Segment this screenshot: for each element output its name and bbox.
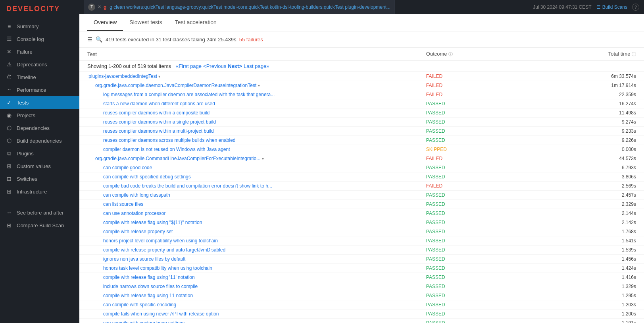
- sidebar-item-projects[interactable]: ◉Projects: [0, 109, 79, 122]
- test-name[interactable]: can compile with custom heap settings: [103, 320, 185, 323]
- test-name[interactable]: org.gradle.java.compile.daemon.JavaCompi…: [95, 83, 260, 88]
- total-time: 2.142s: [531, 218, 644, 227]
- sidebar-item-compare-build-scan[interactable]: ⊞Compare Build Scan: [0, 219, 79, 232]
- table-row: compile with release flag using "${11}" …: [79, 218, 644, 227]
- performance-icon: ~: [6, 86, 13, 93]
- outcome-badge: PASSED: [426, 275, 445, 280]
- test-name[interactable]: compile fails when using newer API with …: [103, 311, 219, 317]
- outcome-badge: PASSED: [426, 311, 445, 317]
- chevron-down-icon: ▾: [262, 157, 264, 161]
- failures-link[interactable]: 55 failures: [239, 37, 263, 43]
- last-page-link[interactable]: Last page»: [244, 63, 269, 69]
- first-page-link[interactable]: «First page: [176, 63, 202, 69]
- test-name[interactable]: reuses compiler daemons within a multi-p…: [103, 128, 214, 134]
- next-page-link[interactable]: Next>: [228, 63, 242, 69]
- test-name[interactable]: honors project level compatibility when …: [103, 238, 218, 244]
- logo-text: DEVELOCITY: [6, 5, 60, 13]
- help-icon[interactable]: ?: [632, 4, 639, 11]
- sidebar-item-custom-values[interactable]: ⊞Custom values: [0, 160, 79, 172]
- sidebar-item-timeline[interactable]: ⏱Timeline: [0, 71, 79, 83]
- test-name[interactable]: compile with release flag using '11' not…: [103, 275, 195, 280]
- test-name[interactable]: compile bad code breaks the build and co…: [103, 183, 272, 189]
- table-row: log messages from a compiler daemon are …: [79, 90, 644, 99]
- sidebar-item-summary[interactable]: ≡Summary: [0, 20, 79, 33]
- sidebar-item-build-dependencies[interactable]: ⬡Build dependencies: [0, 134, 79, 147]
- table-row: ignores non java source files by default…: [79, 255, 644, 264]
- test-name[interactable]: can compile with specific encoding: [103, 302, 176, 308]
- total-time: 1.416s: [531, 273, 644, 282]
- outcome-badge: PASSED: [426, 320, 445, 323]
- test-name[interactable]: reuses compiler daemons within a composi…: [103, 110, 210, 116]
- sidebar-item-console-log[interactable]: ☰Console log: [0, 33, 79, 45]
- build-tab[interactable]: T ✕ g g clean workers:quickTest language…: [84, 0, 395, 14]
- previous-page-link[interactable]: <Previous: [203, 63, 226, 69]
- test-name[interactable]: can compile with long classpath: [103, 192, 170, 198]
- sidebar-item-deprecations[interactable]: ⚠Deprecations: [0, 58, 79, 71]
- timeline-icon: ⏱: [6, 73, 13, 81]
- close-icon[interactable]: ✕: [98, 4, 101, 10]
- search-icon[interactable]: 🔍: [96, 36, 102, 43]
- test-name[interactable]: can compile good code: [103, 165, 152, 170]
- total-time: 9.274s: [531, 118, 644, 127]
- total-time: 6m 33.574s: [531, 72, 644, 81]
- table-row: honors task level compatibility when usi…: [79, 264, 644, 273]
- outcome-badge: PASSED: [426, 101, 445, 106]
- test-name[interactable]: can use annotation processor: [103, 211, 165, 216]
- outcome-badge: PASSED: [426, 211, 445, 216]
- total-time: 1.539s: [531, 246, 644, 255]
- test-name[interactable]: can list source files: [103, 201, 143, 207]
- table-row: reuses compiler daemons within a multi-p…: [79, 127, 644, 136]
- test-name[interactable]: compile with release property and autoTa…: [103, 247, 225, 253]
- branch-icon: g: [104, 4, 106, 10]
- sidebar: DEVELOCITY ≡Summary☰Console log✕Failure⚠…: [0, 0, 79, 323]
- tab-test-acceleration[interactable]: Test acceleration: [169, 14, 223, 31]
- table-row: can compile good codePASSED6.793s: [79, 163, 644, 172]
- table-row: compile bad code breaks the build and co…: [79, 182, 644, 191]
- table-row: :plugins-java:embeddedIntegTest ▾FAILED6…: [79, 72, 644, 81]
- list-icon[interactable]: ☰: [87, 36, 92, 43]
- sidebar-item-performance[interactable]: ~Performance: [0, 83, 79, 96]
- test-name[interactable]: compile with release property set: [103, 229, 173, 234]
- outcome-badge: FAILED: [426, 183, 442, 189]
- sidebar-item-switches[interactable]: ⊟Switches: [0, 172, 79, 185]
- test-name[interactable]: ignores non java source files by default: [103, 256, 185, 262]
- sidebar-item-infrastructure[interactable]: ⊞Infrastructure: [0, 185, 79, 198]
- test-name[interactable]: can compile with specified debug setting…: [103, 174, 191, 180]
- total-time: 2.144s: [531, 209, 644, 218]
- sidebar-item-see-before-after[interactable]: ↔See before and after: [0, 206, 79, 219]
- table-row: org.gradle.java.compile.daemon.JavaCompi…: [79, 81, 644, 90]
- tests-icon: ✓: [6, 99, 13, 106]
- test-name[interactable]: compiler daemon is not reused on Windows…: [103, 147, 230, 152]
- sidebar-item-plugins[interactable]: ⧉Plugins: [0, 147, 79, 160]
- outcome-info-icon[interactable]: ⓘ: [448, 52, 453, 56]
- test-name[interactable]: :plugins-java:embeddedIntegTest ▾: [87, 73, 160, 79]
- total-time: 1.424s: [531, 264, 644, 273]
- total-time: 16.274s: [531, 99, 644, 108]
- avatar: T: [88, 4, 95, 11]
- tab-slowest-tests[interactable]: Slowest tests: [123, 14, 168, 31]
- test-name[interactable]: org.gradle.java.compile.CommandLineJavaC…: [95, 156, 264, 161]
- outcome-badge: FAILED: [426, 83, 442, 88]
- test-name[interactable]: log messages from a compiler daemon are …: [103, 92, 275, 97]
- test-name[interactable]: include narrows down source files to com…: [103, 284, 198, 289]
- console-log-icon: ☰: [6, 35, 13, 43]
- infrastructure-icon: ⊞: [6, 188, 13, 195]
- test-name[interactable]: honors task level compatibility when usi…: [103, 265, 212, 271]
- test-name[interactable]: compile with release flag using 11 notat…: [103, 293, 193, 298]
- sidebar-item-tests[interactable]: ✓Tests: [0, 96, 79, 109]
- tab-overview[interactable]: Overview: [87, 14, 123, 31]
- sidebar-item-failure[interactable]: ✕Failure: [0, 45, 79, 58]
- test-name[interactable]: compile with release flag using "${11}" …: [103, 220, 202, 225]
- outcome-badge: PASSED: [426, 302, 445, 308]
- outcome-badge: PASSED: [426, 128, 445, 134]
- total-time: 2.457s: [531, 191, 644, 200]
- test-name[interactable]: reuses compiler daemons across multiple …: [103, 137, 236, 143]
- time-info-icon[interactable]: ⓘ: [632, 52, 636, 56]
- test-name[interactable]: starts a new daemon when different optio…: [103, 101, 215, 106]
- sidebar-nav: ≡Summary☰Console log✕Failure⚠Deprecation…: [0, 18, 79, 199]
- sidebar-bottom: ↔See before and after⊞Compare Build Scan: [0, 205, 79, 233]
- build-scans-link[interactable]: ☰ Build Scans: [596, 4, 627, 10]
- sidebar-item-dependencies[interactable]: ⬡Dependencies: [0, 122, 79, 134]
- outcome-badge: FAILED: [426, 73, 442, 79]
- test-name[interactable]: reuses compiler daemons within a single …: [103, 119, 216, 125]
